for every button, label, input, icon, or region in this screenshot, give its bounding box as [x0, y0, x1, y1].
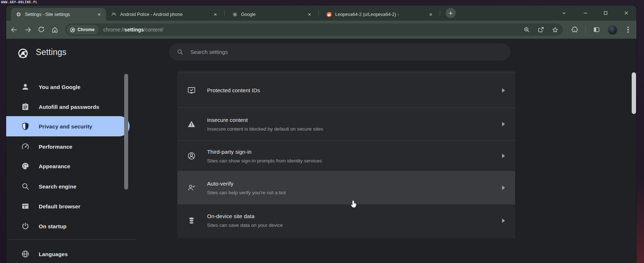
extensions-puzzle-icon[interactable] [570, 25, 580, 35]
page-title: Settings [36, 47, 67, 57]
tab-reddit[interactable]: Leopeva64-2 (u/Leopeva64-2) - × [321, 8, 438, 21]
sidebar-divider [8, 239, 136, 240]
tab-separator [224, 10, 225, 16]
sidebar-label: Search engine [39, 183, 76, 190]
row-title: On-device site data [207, 213, 283, 219]
back-icon[interactable] [9, 25, 19, 35]
tab-title: Google [241, 12, 302, 17]
monitor-check-icon [187, 86, 196, 95]
sidebar-label: On startup [39, 223, 67, 229]
tab-search-chevron-icon[interactable] [559, 8, 569, 18]
tab-android-police[interactable]: Android Police - Android phone × [106, 8, 222, 21]
list-item-protected-content-ids[interactable]: Protected content IDs [177, 73, 515, 107]
side-panel-icon[interactable] [592, 25, 602, 35]
sidebar-label: Default browser [39, 203, 80, 209]
kebab-menu-icon[interactable] [623, 25, 633, 35]
person-check-icon [187, 183, 196, 192]
list-item-auto-verify[interactable]: Auto-verify Sites can help verify you're… [177, 171, 515, 204]
palette-icon [21, 162, 30, 170]
tab-title: Settings - Site settings [25, 12, 91, 17]
sidebar-item-appearance[interactable]: Appearance [6, 157, 130, 175]
gear-favicon-icon: ⚙ [16, 11, 22, 17]
tab-close-icon[interactable]: × [212, 11, 219, 18]
row-title: Auto-verify [207, 181, 286, 187]
chrome-chip[interactable]: Chrome [67, 25, 98, 34]
chrome-logo-icon [17, 48, 29, 59]
chevron-right-icon [502, 88, 505, 93]
list-item-on-device-site-data[interactable]: On-device site data Sites can save data … [177, 204, 515, 237]
tab-close-icon[interactable]: × [306, 11, 313, 18]
tab-settings[interactable]: ⚙ Settings - Site settings × [11, 8, 106, 21]
google-favicon-icon: G [232, 11, 238, 17]
mouse-cursor-hand-pointer [350, 200, 358, 209]
sidebar-label: Appearance [39, 163, 70, 169]
avatar [608, 25, 617, 35]
sidebar-item-languages[interactable]: Languages [6, 245, 130, 263]
row-title: Protected content IDs [207, 87, 260, 93]
tab-strip: ⚙ Settings - Site settings × Android Pol… [6, 5, 636, 21]
reddit-favicon-icon [326, 11, 332, 17]
globe-icon [21, 250, 30, 258]
sidebar-label: Languages [39, 251, 68, 257]
row-title: Third-party sign-in [207, 149, 322, 155]
row-title: Insecure content [207, 117, 323, 123]
close-window-button[interactable] [621, 8, 632, 18]
bookmark-star-icon[interactable] [550, 25, 560, 35]
omnibox[interactable]: Chrome chrome://settings/content/ [65, 24, 563, 36]
shield-icon [21, 122, 30, 131]
url-scheme: chrome:// [103, 27, 124, 33]
speedometer-icon [21, 142, 30, 151]
tab-close-icon[interactable]: × [96, 11, 102, 18]
settings-header: Settings [6, 39, 636, 69]
browser-window: ⚙ Settings - Site settings × Android Pol… [6, 5, 636, 263]
search-input[interactable] [190, 48, 481, 55]
database-icon [187, 216, 196, 225]
sidebar-item-autofill[interactable]: Autofill and passwords [6, 98, 130, 115]
account-circle-icon [187, 151, 196, 161]
person-icon [21, 82, 30, 91]
forward-icon[interactable] [23, 25, 33, 35]
toolbar: Chrome chrome://settings/content/ [6, 21, 636, 39]
sidebar-label: Autofill and passwords [39, 104, 99, 110]
tab-separator [440, 10, 440, 16]
maximize-button[interactable] [600, 8, 611, 18]
row-subtitle: Sites can save data on your device [207, 222, 283, 228]
chevron-right-icon [502, 122, 505, 126]
sidebar-item-you-and-google[interactable]: You and Google [6, 78, 130, 96]
list-item-third-party-sign-in[interactable]: Third-party sign-in Sites can show sign-… [177, 140, 515, 171]
svg-text:G: G [233, 12, 236, 16]
tab-title: Android Police - Android phone [120, 12, 207, 17]
chip-label: Chrome [77, 27, 94, 32]
tab-title: Leopeva64-2 (u/Leopeva64-2) - [335, 12, 423, 17]
zoom-in-icon[interactable] [522, 25, 532, 35]
sidebar-item-performance[interactable]: Performance [6, 138, 130, 155]
url-text[interactable]: chrome://settings/content/ [103, 27, 163, 33]
sidebar-item-privacy-and-security[interactable]: Privacy and security [6, 116, 130, 136]
row-subtitle: Sites can help verify you're not a bot [207, 190, 286, 195]
search-icon [177, 48, 184, 55]
url-host: settings [125, 27, 144, 33]
list-item-insecure-content[interactable]: Insecure content Insecure content is blo… [177, 107, 515, 140]
tab-separator [319, 10, 319, 16]
new-tab-button[interactable]: + [446, 8, 456, 18]
sidebar-item-default-browser[interactable]: Default browser [6, 198, 130, 215]
profile-button[interactable] [608, 25, 617, 35]
settings-search[interactable] [169, 43, 510, 60]
sidebar-label: You and Google [39, 84, 80, 90]
sidebar-item-search-engine[interactable]: Search engine [6, 178, 130, 195]
page-scrollbar[interactable] [632, 72, 636, 114]
sidebar-scrollbar[interactable] [124, 74, 128, 190]
tab-close-icon[interactable]: × [428, 11, 434, 18]
share-icon[interactable] [536, 25, 546, 35]
home-icon[interactable] [50, 25, 60, 35]
watermark: WWW.GRY-ONLINE.PL [1, 0, 38, 4]
site-settings-list: Protected content IDs Insecure content I… [177, 71, 515, 238]
sidebar-item-on-startup[interactable]: On startup [6, 217, 130, 235]
reload-icon[interactable] [36, 25, 46, 35]
android-police-favicon-icon [111, 11, 117, 17]
magnifier-icon [21, 182, 30, 191]
chevron-right-icon [502, 186, 505, 190]
url-path: /content/ [144, 27, 163, 33]
tab-google[interactable]: G Google × [227, 8, 316, 21]
minimize-button[interactable] [580, 8, 591, 18]
